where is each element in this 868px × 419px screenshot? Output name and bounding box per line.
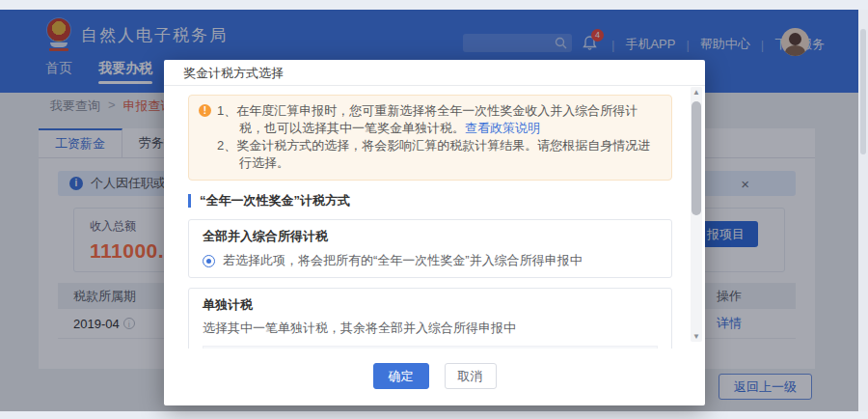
dialog-title: 奖金计税方式选择 bbox=[164, 60, 705, 86]
cancel-button[interactable]: 取消 bbox=[445, 363, 497, 389]
radio-merge-all[interactable] bbox=[203, 255, 215, 267]
confirm-button[interactable]: 确定 bbox=[373, 363, 429, 389]
option-separate-desc: 选择其中一笔单独计税，其余将全部并入综合所得申报中 bbox=[203, 320, 658, 337]
bonus-table: 税款所属期 所得项目小类 扣缴义务人 收入（元） 操作 2019-04 全年一次… bbox=[203, 346, 658, 349]
option-merge-desc: 若选择此项，将会把所有的“全年一次性奖金”并入综合所得申报中 bbox=[223, 252, 583, 269]
dialog-body: ! 1、在年度汇算申报时，您可重新选择将全年一次性奖金收入并入综合所得计税，也可… bbox=[164, 86, 705, 349]
notice-line-2: 2、奖金计税方式的选择，将会影响汇算的税款计算结果。请您根据自身情况进行选择。 bbox=[217, 137, 660, 172]
browser-scrollbar[interactable] bbox=[858, 10, 868, 411]
scrollbar-thumb[interactable] bbox=[860, 29, 866, 154]
option-merge-title: 全部并入综合所得计税 bbox=[203, 228, 658, 245]
dialog-scrollbar[interactable]: ▲ ▼ bbox=[691, 87, 702, 342]
dialog-scrollbar-thumb[interactable] bbox=[692, 101, 701, 215]
dialog-footer: 确定 取消 bbox=[164, 349, 705, 405]
notice-line-1: 1、在年度汇算申报时，您可重新选择将全年一次性奖金收入并入综合所得计税，也可以选… bbox=[217, 102, 660, 137]
option-merge-all: 全部并入综合所得计税 若选择此项，将会把所有的“全年一次性奖金”并入综合所得申报… bbox=[188, 219, 672, 278]
option-separate-title: 单独计税 bbox=[203, 296, 658, 314]
warning-icon: ! bbox=[199, 104, 211, 117]
scroll-down-icon[interactable]: ▼ bbox=[691, 331, 702, 342]
section-accent-bar bbox=[188, 194, 191, 208]
section-title: “全年一次性奖金”计税方式 bbox=[200, 192, 350, 210]
policy-link[interactable]: 查看政策说明 bbox=[465, 121, 540, 135]
scroll-up-icon[interactable]: ▲ bbox=[691, 87, 702, 98]
section-header: “全年一次性奖金”计税方式 bbox=[188, 192, 672, 210]
bonus-table-header: 税款所属期 所得项目小类 扣缴义务人 收入（元） 操作 bbox=[203, 347, 657, 349]
bonus-tax-method-dialog: 奖金计税方式选择 ! 1、在年度汇算申报时，您可重新选择将全年一次性奖金收入并入… bbox=[164, 60, 705, 405]
option-separate: 单独计税 选择其中一笔单独计税，其余将全部并入综合所得申报中 税款所属期 所得项… bbox=[188, 288, 672, 349]
policy-notice: ! 1、在年度汇算申报时，您可重新选择将全年一次性奖金收入并入综合所得计税，也可… bbox=[188, 95, 672, 181]
